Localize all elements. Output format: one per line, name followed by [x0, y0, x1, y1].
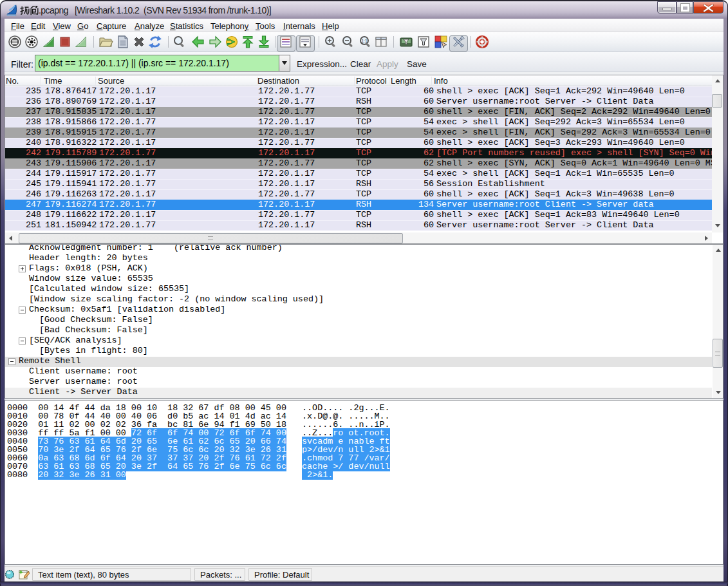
svg-text:1:1: 1:1: [361, 39, 367, 43]
